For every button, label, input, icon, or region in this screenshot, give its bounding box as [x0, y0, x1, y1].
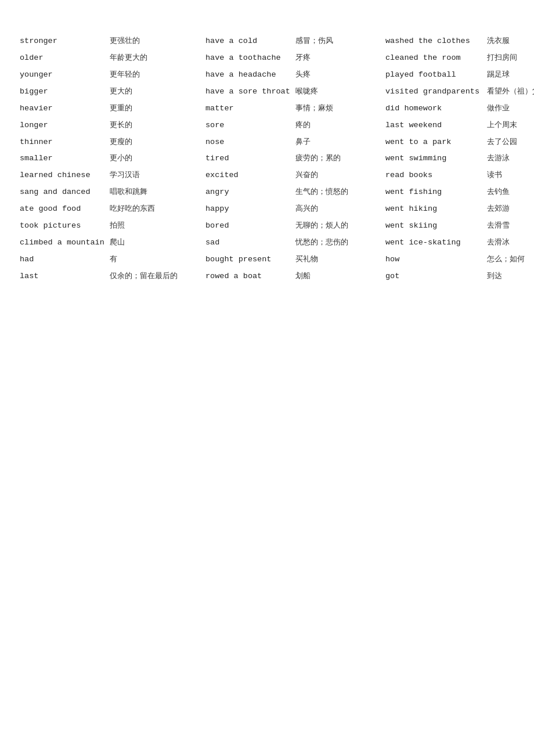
vocab-zh-col2-row7: 疲劳的；累的 [293, 152, 383, 165]
vocab-en-col2-row10: happy [203, 203, 293, 216]
vocab-zh-col3-row6: 去了公园 [485, 136, 534, 149]
vocab-en-col1-row14: last [17, 270, 107, 283]
vocab-en-col1-row5: longer [17, 119, 107, 132]
vocab-en-col1-row3: bigger [17, 85, 107, 99]
vocab-zh-col1-row1: 年龄更大的 [107, 52, 203, 65]
vocab-en-col1-row2: younger [17, 69, 107, 82]
vocab-zh-col2-row11: 无聊的；烦人的 [293, 219, 383, 233]
vocab-en-col3-row7: went swimming [383, 152, 485, 165]
vocab-zh-col1-row10: 吃好吃的东西 [107, 203, 203, 216]
vocab-en-col3-row2: played football [383, 69, 485, 82]
vocab-en-col2-row13: bought present [203, 253, 293, 267]
vocab-en-col2-row1: have a toothache [203, 52, 293, 65]
vocab-zh-col1-row2: 更年轻的 [107, 69, 203, 82]
vocab-zh-col3-row14: 到达 [485, 270, 534, 283]
vocab-en-col2-row6: nose [203, 136, 293, 149]
vocab-en-col1-row10: ate good food [17, 203, 107, 216]
vocab-zh-col2-row8: 兴奋的 [293, 169, 383, 182]
vocab-en-col2-row4: matter [203, 102, 293, 116]
vocab-en-col3-row0: washed the clothes [383, 35, 485, 48]
vocab-en-col3-row12: went ice-skating [383, 236, 485, 250]
vocab-zh-col1-row8: 学习汉语 [107, 169, 203, 182]
vocab-en-col3-row10: went hiking [383, 203, 485, 216]
vocab-en-col2-row14: rowed a boat [203, 270, 293, 283]
vocab-zh-col3-row7: 去游泳 [485, 152, 534, 165]
vocab-zh-col1-row0: 更强壮的 [107, 35, 203, 48]
vocab-en-col2-row11: bored [203, 219, 293, 233]
vocab-zh-col3-row12: 去滑冰 [485, 236, 534, 250]
vocab-zh-col3-row1: 打扫房间 [485, 52, 534, 65]
vocab-en-col1-row4: heavier [17, 102, 107, 116]
vocab-zh-col1-row3: 更大的 [107, 85, 203, 99]
vocab-en-col2-row2: have a headache [203, 69, 293, 82]
vocab-zh-col1-row9: 唱歌和跳舞 [107, 186, 203, 199]
vocab-zh-col1-row12: 爬山 [107, 236, 203, 250]
vocab-en-col1-row13: had [17, 253, 107, 267]
vocab-grid: stronger更强壮的have a cold感冒；伤风washed the c… [17, 35, 517, 283]
vocab-zh-col3-row11: 去滑雪 [485, 219, 534, 233]
vocab-zh-col3-row2: 踢足球 [485, 69, 534, 82]
vocab-en-col1-row12: climbed a mountain [17, 236, 107, 250]
vocab-zh-col3-row0: 洗衣服 [485, 35, 534, 48]
vocab-zh-col3-row13: 怎么；如何 [485, 253, 534, 267]
vocab-en-col3-row4: did homework [383, 102, 485, 116]
vocab-en-col1-row8: learned chinese [17, 169, 107, 182]
vocab-en-col1-row6: thinner [17, 136, 107, 149]
vocab-zh-col3-row3: 看望外（祖）父母 [485, 85, 534, 99]
vocab-zh-col2-row12: 忧愁的；悲伤的 [293, 236, 383, 250]
vocab-zh-col2-row2: 头疼 [293, 69, 383, 82]
vocab-en-col3-row5: last weekend [383, 119, 485, 132]
vocab-en-col3-row13: how [383, 253, 485, 267]
vocab-en-col2-row3: have a sore throat [203, 85, 293, 99]
vocab-en-col3-row3: visited grandparents [383, 85, 485, 99]
vocab-zh-col2-row4: 事情；麻烦 [293, 102, 383, 116]
vocab-zh-col2-row10: 高兴的 [293, 203, 383, 216]
vocab-en-col3-row6: went to a park [383, 136, 485, 149]
vocab-en-col3-row1: cleaned the room [383, 52, 485, 65]
vocab-zh-col1-row5: 更长的 [107, 119, 203, 132]
vocab-zh-col2-row14: 划船 [293, 270, 383, 283]
vocab-zh-col1-row11: 拍照 [107, 219, 203, 233]
vocab-en-col2-row7: tired [203, 152, 293, 165]
vocab-zh-col3-row8: 读书 [485, 169, 534, 182]
vocab-zh-col2-row6: 鼻子 [293, 136, 383, 149]
vocab-en-col2-row0: have a cold [203, 35, 293, 48]
vocab-en-col2-row12: sad [203, 236, 293, 250]
vocab-en-col3-row11: went skiing [383, 219, 485, 233]
vocab-zh-col2-row3: 喉咙疼 [293, 85, 383, 99]
vocab-zh-col1-row4: 更重的 [107, 102, 203, 116]
vocab-zh-col3-row4: 做作业 [485, 102, 534, 116]
vocab-en-col2-row5: sore [203, 119, 293, 132]
vocab-zh-col2-row13: 买礼物 [293, 253, 383, 267]
vocab-zh-col2-row1: 牙疼 [293, 52, 383, 65]
vocab-en-col1-row11: took pictures [17, 219, 107, 233]
vocab-zh-col3-row5: 上个周末 [485, 119, 534, 132]
vocab-en-col3-row8: read books [383, 169, 485, 182]
vocab-zh-col1-row6: 更瘦的 [107, 136, 203, 149]
vocab-zh-col2-row5: 疼的 [293, 119, 383, 132]
vocab-en-col2-row9: angry [203, 186, 293, 199]
vocab-en-col2-row8: excited [203, 169, 293, 182]
vocab-en-col3-row14: got [383, 270, 485, 283]
vocab-zh-col1-row14: 仅余的；留在最后的 [107, 270, 203, 283]
vocab-zh-col1-row7: 更小的 [107, 152, 203, 165]
vocab-en-col1-row0: stronger [17, 35, 107, 48]
vocab-en-col3-row9: went fishing [383, 186, 485, 199]
vocab-en-col1-row9: sang and danced [17, 186, 107, 199]
vocab-zh-col2-row0: 感冒；伤风 [293, 35, 383, 48]
vocab-en-col1-row1: older [17, 52, 107, 65]
vocab-zh-col3-row9: 去钓鱼 [485, 186, 534, 199]
vocab-zh-col3-row10: 去郊游 [485, 203, 534, 216]
vocab-zh-col1-row13: 有 [107, 253, 203, 267]
vocab-zh-col2-row9: 生气的；愤怒的 [293, 186, 383, 199]
vocab-en-col1-row7: smaller [17, 152, 107, 165]
